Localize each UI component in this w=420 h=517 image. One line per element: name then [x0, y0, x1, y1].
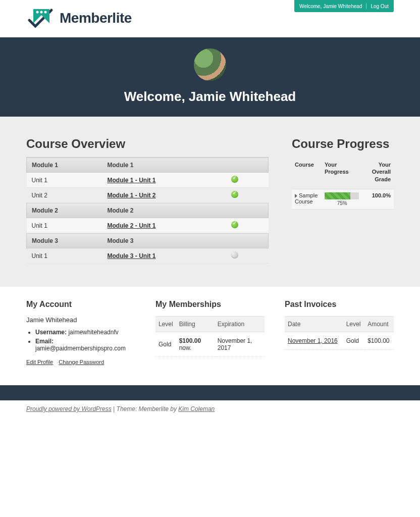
- wordpress-link[interactable]: Proudly powered by WordPress: [26, 405, 112, 412]
- inv-th-level: Level: [343, 317, 364, 332]
- progress-grade: 100.0%: [362, 189, 394, 209]
- svg-point-0: [36, 11, 39, 14]
- module-label-left: Module 3: [27, 233, 102, 248]
- unit-label: Unit 1: [27, 248, 102, 264]
- membership-expiration: November 1, 2017: [215, 332, 265, 357]
- svg-point-1: [40, 11, 43, 14]
- progress-bar-cell: 75%: [322, 189, 362, 209]
- brand-logo[interactable]: Memberlite: [26, 5, 132, 31]
- inv-th-amount: Amount: [364, 317, 394, 332]
- status-done-icon: [231, 221, 238, 228]
- invoice-row: November 1, 2016Gold$100.00: [285, 332, 394, 350]
- unit-row: Unit 2Module 1 - Unit 2: [27, 188, 269, 203]
- memb-th-billing: Billing: [176, 317, 215, 332]
- past-invoices-heading: Past Invoices: [285, 300, 394, 309]
- status-done-icon: [231, 191, 238, 198]
- unit-label: Unit 1: [27, 173, 102, 188]
- footer-credit: Proudly powered by WordPress | Theme: Me…: [0, 400, 420, 418]
- welcome-user-link[interactable]: Welcome, Jamie Whitehead: [299, 4, 362, 9]
- module-row: Module 3Module 3: [27, 233, 269, 248]
- unit-label: Unit 2: [27, 188, 102, 203]
- unit-label: Unit 1: [27, 218, 102, 233]
- masthead: Welcome, Jamie Whitehead: [0, 37, 420, 117]
- author-link[interactable]: Kim Coleman: [178, 405, 215, 412]
- module-label-right: Module 3: [102, 233, 269, 248]
- unit-link[interactable]: Module 1 - Unit 2: [108, 192, 156, 199]
- status-done-icon: [231, 176, 238, 183]
- progress-percent: 75%: [325, 200, 359, 206]
- avatar: [193, 47, 227, 82]
- inv-th-date: Date: [285, 317, 343, 332]
- topbar: Memberlite Welcome, Jamie Whitehead Log …: [0, 0, 420, 37]
- course-overview-table: Module 1Module 1Unit 1Module 1 - Unit 1U…: [26, 157, 269, 264]
- unit-row: Unit 1Module 1 - Unit 1: [27, 173, 269, 188]
- progress-th-course: Course: [292, 157, 322, 189]
- module-label-right: Module 1: [102, 158, 269, 173]
- module-label-right: Module 2: [102, 203, 269, 218]
- progress-th-grade: Your Overall Grade: [362, 157, 394, 189]
- unit-link[interactable]: Module 3 - Unit 1: [108, 252, 156, 260]
- edit-profile-link[interactable]: Edit Profile: [26, 359, 53, 365]
- module-row: Module 2Module 2: [27, 203, 269, 218]
- unit-row: Unit 1Module 2 - Unit 1: [27, 218, 269, 233]
- logout-link[interactable]: Log Out: [371, 4, 389, 9]
- module-row: Module 1Module 1: [27, 158, 269, 173]
- unit-row: Unit 1Module 3 - Unit 1: [27, 248, 269, 264]
- membership-level: Gold: [155, 332, 176, 357]
- memb-th-exp: Expiration: [215, 317, 265, 332]
- page-title: Welcome, Jamie Whitehead: [0, 89, 420, 105]
- account-username: Username: jaimewhiteheadnfv: [35, 329, 135, 336]
- progress-th-your: Your Progress: [322, 157, 362, 189]
- course-progress-heading: Course Progress: [292, 137, 394, 151]
- membership-billing: $100.00 now.: [176, 332, 215, 357]
- invoices-table: Date Level Amount November 1, 2016Gold$1…: [285, 316, 394, 350]
- module-label-left: Module 2: [27, 203, 102, 218]
- progress-bar: [325, 192, 359, 199]
- invoice-level: Gold: [343, 332, 364, 350]
- my-account-heading: My Account: [26, 300, 135, 309]
- account-email: Email: jamie@paidmembershipspro.com: [35, 338, 135, 352]
- user-bar: Welcome, Jamie Whitehead Log Out: [294, 0, 394, 12]
- unit-link[interactable]: Module 2 - Unit 1: [108, 222, 156, 229]
- footer-bar: [0, 385, 420, 400]
- memb-th-level: Level: [155, 317, 176, 332]
- change-password-link[interactable]: Change Password: [59, 359, 104, 365]
- membership-row: Gold$100.00 now.November 1, 2017: [155, 332, 265, 357]
- account-name: Jamie Whitehead: [26, 316, 135, 324]
- unit-link[interactable]: Module 1 - Unit 1: [108, 177, 156, 184]
- account-details-list: Username: jaimewhiteheadnfv Email: jamie…: [26, 329, 135, 352]
- svg-point-2: [44, 11, 47, 14]
- brand-name: Memberlite: [60, 10, 132, 26]
- userbar-separator: [366, 3, 366, 9]
- my-memberships-heading: My Memberships: [155, 300, 265, 309]
- progress-course[interactable]: Sample Course: [292, 189, 322, 209]
- logo-icon: [26, 5, 55, 31]
- module-label-left: Module 1: [27, 158, 102, 173]
- course-progress-table: Course Your Progress Your Overall Grade …: [292, 157, 394, 210]
- progress-row: Sample Course75%100.0%: [292, 189, 394, 209]
- invoice-date-link[interactable]: November 1, 2016: [288, 337, 338, 344]
- course-overview-heading: Course Overview: [26, 137, 269, 151]
- status-pending-icon: [231, 251, 238, 258]
- invoice-amount: $100.00: [364, 332, 394, 350]
- memberships-table: Level Billing Expiration Gold$100.00 now…: [155, 316, 265, 357]
- expand-icon[interactable]: [295, 194, 297, 198]
